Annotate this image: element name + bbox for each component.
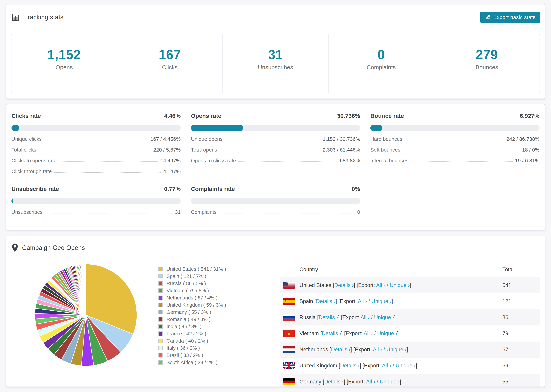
rate-value: 0% (352, 186, 360, 192)
stat-value: 279 (476, 47, 498, 62)
export-word: Export: (364, 363, 382, 369)
export-all-link[interactable]: All › (358, 298, 367, 304)
stat-line-label: Opens to clicks rate (191, 158, 236, 163)
progress-bar-track (370, 125, 540, 131)
table-row-united-kingdom: United Kingdom [Details ›] [Export: All … (280, 358, 540, 374)
country-cell: Vietnam [Details ›] [Export: All › / Uni… (299, 330, 399, 336)
stat-box-complaints: 0Complaints (329, 34, 434, 93)
details-link[interactable]: Details › (322, 330, 341, 336)
legend-item-label: Germany ( 55 / 3% ) (167, 309, 211, 315)
export-unique-link[interactable]: Unique › (390, 282, 410, 288)
export-all-link[interactable]: All › (373, 347, 382, 352)
details-link[interactable]: Details › (316, 298, 336, 304)
dotted-leader (219, 213, 355, 213)
flag-nl-icon (283, 346, 295, 353)
legend-swatch (158, 303, 163, 307)
progress-bar-fill (191, 125, 243, 131)
stat-box-unsubscribes: 31Unsubscribes (223, 34, 329, 93)
stat-value: 0 (377, 47, 385, 62)
total-cell: 121 (502, 298, 540, 304)
export-all-link[interactable]: All › (360, 314, 370, 320)
export-word: Export: (348, 379, 366, 385)
export-unique-link[interactable]: Unique › (371, 298, 391, 304)
legend-swatch (158, 353, 163, 357)
dotted-leader (54, 172, 161, 173)
export-unique-link[interactable]: Unique › (380, 379, 400, 385)
legend-item-united-kingdom: United Kingdom ( 59 / 3% ) (158, 301, 226, 308)
pie-slice-other[interactable] (86, 264, 86, 315)
stat-label: Opens (56, 64, 73, 71)
rate-head: Clicks rate4.46% (11, 112, 181, 119)
pie-svg[interactable] (33, 262, 139, 368)
details-link[interactable]: Details › (319, 314, 338, 320)
geo-pie-chart[interactable] (33, 262, 139, 368)
geo-header: Campaign Geo Opens (6, 236, 545, 252)
stat-line-value: 4.147% (163, 168, 181, 174)
details-link[interactable]: Details › (324, 379, 344, 385)
stat-line-label: Unique clicks (11, 136, 42, 142)
legend-swatch (158, 295, 163, 300)
export-basic-stats-button[interactable]: Export basic stats (480, 12, 540, 23)
link-separator: / (382, 347, 386, 352)
export-unique-link[interactable]: Unique › (386, 347, 406, 352)
country-cell-wrap: Spain [Details ›] [Export: All › / Uniqu… (280, 298, 502, 305)
export-unique-link[interactable]: Unique › (377, 330, 397, 336)
export-all-link[interactable]: All › (382, 363, 391, 369)
legend-item-india: India ( 46 / 3% ) (158, 323, 226, 330)
rate-section-clicks-rate: Clicks rate4.46%Unique clicks167 / 4.456… (11, 112, 181, 174)
bracket: ] [ (350, 347, 355, 352)
stat-line-value: 689.82% (340, 158, 360, 163)
dotted-leader (403, 151, 520, 151)
stat-line-complaints: Complaints0 (191, 209, 360, 215)
rate-value: 30.736% (337, 112, 360, 119)
legend-item-vietnam: Vietnam ( 79 / 5% ) (158, 287, 226, 294)
country-cell: Russia [Details ›] [Export: All › / Uniq… (299, 314, 396, 321)
legend-swatch (158, 324, 163, 329)
legend-item-label: United States ( 541 / 31% ) (167, 266, 226, 272)
bracket: ] (391, 298, 393, 304)
export-all-link[interactable]: All › (376, 282, 385, 288)
details-link[interactable]: Details › (340, 363, 360, 369)
flag-gb-icon (283, 362, 295, 369)
flag-es-icon (283, 298, 295, 305)
export-all-link[interactable]: All › (366, 379, 375, 385)
country-column-header: Country (280, 266, 502, 273)
export-unique-link[interactable]: Unique › (374, 314, 394, 320)
stat-line-value: 220 / 5.87% (153, 147, 181, 153)
bracket: ] [ (360, 363, 364, 369)
stat-line-value: 14.497% (160, 158, 181, 163)
export-word: Export: (340, 298, 358, 304)
legend-item-germany: Germany ( 55 / 3% ) (158, 308, 226, 316)
country-name: Germany (299, 379, 323, 385)
rate-section-unsubscribe-rate: Unsubscribe rate0.77%Unsubscribes31 (11, 186, 181, 215)
bracket: [ (323, 379, 324, 385)
stat-box-bounces: 279Bounces (434, 34, 540, 93)
export-word: Export: (343, 314, 360, 320)
tracking-stats-card: Tracking stats Export basic stats 1,152O… (6, 4, 545, 99)
legend-item-label: Spain ( 121 / 7% ) (167, 273, 206, 279)
details-link[interactable]: Details › (334, 282, 354, 288)
export-all-link[interactable]: All › (364, 330, 373, 336)
link-separator: / (373, 330, 377, 336)
export-word: Export: (358, 282, 376, 288)
stat-line-value: 0 (357, 209, 360, 215)
details-link[interactable]: Details › (331, 347, 350, 352)
table-row-netherlands: Netherlands [Details ›] [Export: All › /… (280, 342, 540, 358)
dotted-leader (44, 140, 148, 140)
bracket: ] (416, 363, 417, 369)
bracket: ] [ (354, 282, 358, 288)
stat-line-hard-bounces: Hard bounces242 / 86.738% (370, 136, 540, 142)
rate-head: Unsubscribe rate0.77% (11, 186, 181, 192)
country-name: Russia (299, 314, 317, 320)
stat-line-internal-bounces: Internal bounces19 / 6.81% (370, 158, 540, 163)
bar-chart-icon (11, 13, 20, 22)
rates-grid: Clicks rate4.46%Unique clicks167 / 4.456… (6, 104, 545, 215)
table-row-russia: Russia [Details ›] [Export: All › / Uniq… (280, 309, 540, 325)
bracket: ] [ (344, 379, 348, 385)
stat-label: Bounces (475, 64, 498, 71)
legend-item-label: Brazil ( 33 / 2% ) (167, 352, 203, 358)
stat-line-unique-clicks: Unique clicks167 / 4.456% (11, 136, 181, 142)
stat-box-clicks: 167Clicks (117, 34, 223, 93)
export-unique-link[interactable]: Unique › (396, 363, 416, 369)
country-cell-wrap: United Kingdom [Details ›] [Export: All … (280, 362, 502, 369)
